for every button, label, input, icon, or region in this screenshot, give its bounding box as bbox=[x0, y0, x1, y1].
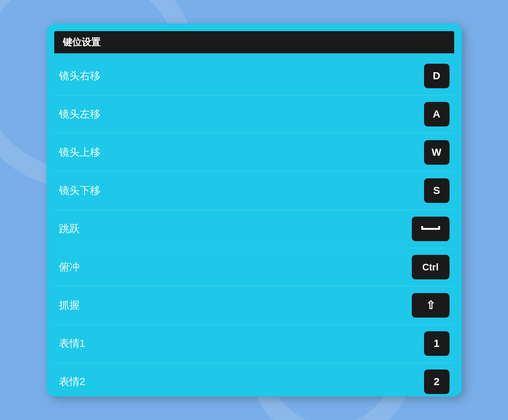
action-label: 镜头右移 bbox=[59, 69, 100, 83]
action-label: 镜头左移 bbox=[59, 107, 100, 121]
action-label: 镜头下移 bbox=[59, 184, 100, 198]
key-row[interactable]: 镜头上移W bbox=[54, 134, 454, 172]
action-label: 表情2 bbox=[59, 375, 85, 389]
key-row[interactable]: 俯冲Ctrl bbox=[54, 248, 454, 286]
key-badge[interactable]: W bbox=[424, 140, 450, 165]
panel-title-bar: 键位设置 bbox=[54, 31, 454, 53]
action-label: 抓握 bbox=[59, 298, 80, 312]
key-badge[interactable]: S bbox=[424, 178, 450, 203]
key-badge[interactable]: D bbox=[424, 64, 450, 88]
key-row[interactable]: 跳跃 bbox=[54, 210, 454, 248]
svg-rect-0 bbox=[421, 228, 440, 230]
keybinding-list[interactable]: 镜头右移D镜头左移A镜头上移W镜头下移S跳跃 俯冲Ctrl抓握⇧表情11表情22… bbox=[47, 53, 462, 396]
svg-rect-2 bbox=[438, 226, 440, 230]
key-badge[interactable] bbox=[412, 217, 450, 241]
svg-rect-1 bbox=[421, 226, 423, 230]
action-label: 表情1 bbox=[59, 336, 85, 351]
action-label: 俯冲 bbox=[59, 260, 80, 274]
key-badge[interactable]: Ctrl bbox=[412, 255, 450, 279]
key-row[interactable]: 镜头左移A bbox=[54, 95, 454, 134]
action-label: 跳跃 bbox=[59, 222, 80, 236]
action-label: 镜头上移 bbox=[59, 145, 100, 160]
key-row[interactable]: 镜头右移D bbox=[54, 57, 454, 95]
key-row[interactable]: 表情11 bbox=[54, 325, 454, 363]
key-row[interactable]: 镜头下移S bbox=[54, 172, 454, 210]
key-row[interactable]: 抓握⇧ bbox=[54, 286, 454, 325]
panel-title: 键位设置 bbox=[63, 37, 100, 47]
key-badge[interactable]: 1 bbox=[424, 331, 450, 356]
key-badge[interactable]: A bbox=[424, 102, 450, 126]
key-row[interactable]: 表情22 bbox=[54, 363, 454, 396]
key-badge[interactable]: ⇧ bbox=[412, 293, 450, 318]
keybinding-panel: 键位设置 镜头右移D镜头左移A镜头上移W镜头下移S跳跃 俯冲Ctrl抓握⇧表情1… bbox=[47, 24, 462, 396]
key-badge[interactable]: 2 bbox=[424, 370, 450, 394]
